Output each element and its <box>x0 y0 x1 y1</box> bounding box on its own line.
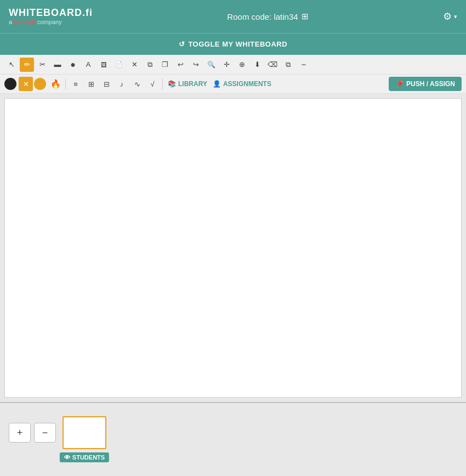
pencil-tool[interactable]: ✏ <box>20 58 34 72</box>
lines-tool[interactable]: ≡ <box>69 77 83 91</box>
assignments-button[interactable]: 👤 ASSIGNMENTS <box>211 79 274 89</box>
rectangle-tool[interactable]: ▬ <box>50 58 65 72</box>
text-tool[interactable]: A <box>81 58 95 72</box>
eraser-tool-row1[interactable]: ⌫ <box>265 58 280 72</box>
zoom-in-tool[interactable]: ⊕ <box>235 58 249 72</box>
select-tool[interactable]: ↖ <box>4 58 19 72</box>
color-black-tool[interactable] <box>4 78 16 90</box>
image-tool[interactable]: 🖼 <box>96 58 111 72</box>
push-assign-icon: 📌 <box>395 80 404 88</box>
room-code-text: Room code: latin34 <box>227 12 298 21</box>
logo-title: WHITEBOARD.fi <box>9 7 93 19</box>
caret-icon: ▾ <box>454 13 457 20</box>
clear-x-tool[interactable]: ✕ <box>19 77 33 91</box>
canvas-area <box>0 94 466 402</box>
whiteboard-canvas[interactable] <box>4 98 462 398</box>
push-assign-label: PUSH / ASSIGN <box>406 80 455 88</box>
toolbar-row1: ↖ ✏ ✂ ▬ ● A 🖼 📄 ✕ ⧉ ❐ ↩ ↪ 🔍 ✛ ⊕ ⬇ ⌫ ⧉ ··… <box>0 55 466 75</box>
logo-area: WHITEBOARD.fi a kahoot! company <box>9 7 93 26</box>
library-icon: 📚 <box>168 80 176 88</box>
scissors-tool[interactable]: ✂ <box>35 58 49 72</box>
page-thumbnail[interactable] <box>62 416 106 449</box>
students-label-text: STUDENTS <box>72 454 105 461</box>
assignments-icon: 👤 <box>213 80 221 88</box>
separator2 <box>162 78 163 89</box>
zoom-search-tool[interactable]: 🔍 <box>204 58 218 72</box>
toolbar-area: ↖ ✏ ✂ ▬ ● A 🖼 📄 ✕ ⧉ ❐ ↩ ↪ 🔍 ✛ ⊕ ⬇ ⌫ ⧉ ··… <box>0 55 466 94</box>
app-header: WHITEBOARD.fi a kahoot! company Room cod… <box>0 0 466 33</box>
eye-icon: 👁 <box>64 454 70 461</box>
assignments-label: ASSIGNMENTS <box>223 80 271 88</box>
grid1-tool[interactable]: ⊞ <box>84 77 98 91</box>
download-tool[interactable]: ⬇ <box>250 58 264 72</box>
color-orange-tool[interactable] <box>34 78 46 90</box>
page-thumbnail-wrap: 👁 STUDENTS <box>62 416 106 449</box>
toolbar-row2-left: ✕ 🔥 ≡ ⊞ ⊟ ♪ ∿ √ 📚 LIBRARY 👤 ASSIGNMENTS <box>4 77 274 91</box>
music-tool[interactable]: ♪ <box>115 77 129 91</box>
undo-tool[interactable]: ↩ <box>173 58 187 72</box>
cross-tool[interactable]: ✕ <box>127 58 141 72</box>
move-tool[interactable]: ✛ <box>219 58 234 72</box>
separator1 <box>65 78 66 89</box>
bottom-panel: + − 👁 STUDENTS <box>0 402 466 462</box>
math-tool[interactable]: √ <box>145 77 160 91</box>
students-button[interactable]: 👁 STUDENTS <box>60 452 109 462</box>
toolbar-row2: ✕ 🔥 ≡ ⊞ ⊟ ♪ ∿ √ 📚 LIBRARY 👤 ASSIGNMENTS <box>0 75 466 93</box>
add-page-button[interactable]: + <box>9 423 31 443</box>
redo-tool[interactable]: ↪ <box>189 58 203 72</box>
file-tool[interactable]: 📄 <box>112 58 126 72</box>
page-controls: + − <box>9 423 56 443</box>
library-label: LIBRARY <box>178 80 207 88</box>
duplicate-tool[interactable]: ❐ <box>158 58 172 72</box>
more-tool[interactable]: ··· <box>296 58 310 72</box>
toggle-whiteboard-bar[interactable]: ↺ TOGGLE MY WHITEBOARD <box>0 33 466 55</box>
toggle-icon: ↺ <box>179 40 185 48</box>
eraser-row2[interactable]: 🔥 <box>48 77 62 91</box>
logo-subtitle: a kahoot! company <box>9 19 93 26</box>
library-button[interactable]: 📚 LIBRARY <box>166 79 209 89</box>
grid2-tool[interactable]: ⊟ <box>99 77 113 91</box>
toggle-label: ↺ TOGGLE MY WHITEBOARD <box>179 40 287 48</box>
settings-button[interactable]: ⚙ ▾ <box>443 10 457 22</box>
circle-tool[interactable]: ● <box>66 58 80 72</box>
copy-tool[interactable]: ⧉ <box>143 58 157 72</box>
gear-icon: ⚙ <box>443 10 452 22</box>
remove-page-button[interactable]: − <box>34 423 56 443</box>
formula-tool[interactable]: ∿ <box>130 77 144 91</box>
grid-icon: ⊞ <box>302 12 309 21</box>
push-assign-button[interactable]: 📌 PUSH / ASSIGN <box>389 77 462 91</box>
room-code: Room code: latin34 ⊞ <box>227 12 308 21</box>
layers-tool[interactable]: ⧉ <box>281 58 295 72</box>
